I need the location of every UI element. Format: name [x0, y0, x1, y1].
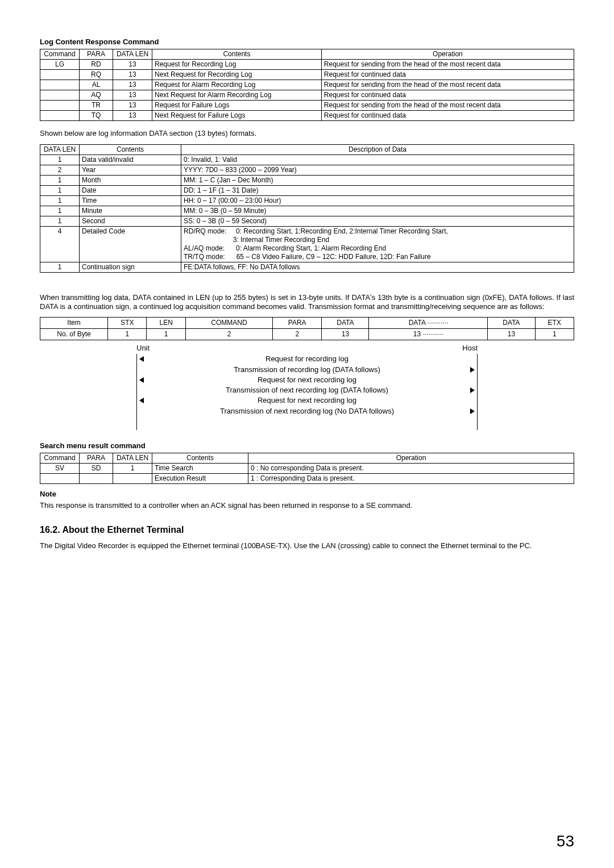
- td: Request for continued data: [321, 111, 574, 121]
- td: 13: [113, 70, 152, 80]
- td: [40, 101, 80, 111]
- td: SS: 0 – 3B (0 – 59 Second): [181, 216, 574, 226]
- td: 2: [185, 329, 272, 340]
- td: MM: 1 – C (Jan – Dec Month): [181, 175, 574, 185]
- td: 13: [113, 101, 152, 111]
- para-transmission: When transmitting log data, DATA contain…: [40, 293, 574, 312]
- td: [40, 111, 80, 121]
- sequence-diagram: Unit Host Request for recording log Tran…: [136, 344, 478, 430]
- heading-search-menu: Search menu result command: [40, 441, 574, 450]
- td: PARA: [273, 318, 322, 329]
- td: Time: [80, 195, 181, 206]
- th: DATA LEN: [40, 144, 80, 155]
- td: 13: [113, 90, 152, 101]
- heading-ethernet: 16.2. About the Ethernet Terminal: [40, 524, 574, 536]
- td: 1: [113, 464, 152, 474]
- th: Description of Data: [181, 144, 574, 155]
- td: 1: [40, 262, 80, 272]
- td: 2: [40, 165, 80, 175]
- td: 1: [40, 206, 80, 216]
- th: DATA LEN: [113, 453, 152, 464]
- td: TR: [80, 101, 113, 111]
- td: DD: 1 – 1F (1 – 31 Date): [181, 185, 574, 195]
- td: 1: [40, 185, 80, 195]
- td: Date: [80, 185, 181, 195]
- td: COMMAND: [185, 318, 272, 329]
- td: ETX: [535, 318, 574, 329]
- th: Contents: [80, 144, 181, 155]
- td: Month: [80, 175, 181, 185]
- td: 13: [488, 329, 535, 340]
- td: [80, 474, 113, 484]
- td: 1: [108, 329, 147, 340]
- note-text: This response is transmitted to a contro…: [40, 501, 574, 510]
- seq-row: Request for recording log: [137, 354, 477, 364]
- td: [40, 80, 80, 90]
- td: 13: [113, 60, 152, 70]
- td: DATA ···········: [369, 318, 488, 329]
- td: Request for Alarm Recording Log: [152, 80, 322, 90]
- td: Continuation sign: [80, 262, 181, 272]
- th: Contents: [152, 453, 248, 464]
- seq-label-host: Host: [462, 344, 478, 353]
- td: Request for Recording Log: [152, 60, 322, 70]
- td: SD: [80, 464, 113, 474]
- td: RQ: [80, 70, 113, 80]
- td: 0: Invalid, 1: Valid: [181, 155, 574, 165]
- td: 13: [113, 111, 152, 121]
- td: Next Request for Alarm Recording Log: [152, 90, 322, 101]
- td: HH: 0 – 17 (00:00 – 23:00 Hour): [181, 195, 574, 206]
- td: 4: [40, 226, 80, 262]
- td: 13: [322, 329, 369, 340]
- td: 13: [113, 80, 152, 90]
- td: RD: [80, 60, 113, 70]
- td: 1: [535, 329, 574, 340]
- td: Detailed Code: [80, 226, 181, 262]
- td: YYYY: 7D0 – 833 (2000 – 2099 Year): [181, 165, 574, 175]
- th: Command: [40, 49, 80, 60]
- td: No. of Byte: [40, 329, 108, 340]
- td: Request for sending from the head of the…: [321, 101, 574, 111]
- td: AQ: [80, 90, 113, 101]
- td: 1: [147, 329, 185, 340]
- td: Request for continued data: [321, 70, 574, 80]
- td: TQ: [80, 111, 113, 121]
- th: Contents: [152, 49, 322, 60]
- td: Request for Failure Logs: [152, 101, 322, 111]
- seq-row: Request for next recording log: [137, 375, 477, 385]
- para-ethernet: The Digital Video Recorder is equipped t…: [40, 541, 574, 550]
- heading-log-response: Log Content Response Command: [40, 37, 574, 47]
- table-data-section: DATA LEN Contents Description of Data 1D…: [40, 144, 574, 273]
- td: Item: [40, 318, 108, 329]
- th: PARA: [80, 453, 113, 464]
- seq-row: Transmission of next recording log (DATA…: [137, 385, 477, 395]
- table-packet: Item STX LEN COMMAND PARA DATA DATA ····…: [40, 317, 574, 340]
- td: Request for sending from the head of the…: [321, 60, 574, 70]
- seq-label-unit: Unit: [136, 344, 150, 353]
- td: [40, 474, 80, 484]
- td: Next Request for Failure Logs: [152, 111, 322, 121]
- th: Operation: [248, 453, 574, 464]
- td: DATA: [322, 318, 369, 329]
- td: 1: [40, 216, 80, 226]
- td: Minute: [80, 206, 181, 216]
- td: AL: [80, 80, 113, 90]
- para-data-section: Shown below are log information DATA sec…: [40, 129, 574, 138]
- td: [113, 474, 152, 484]
- seq-row: Transmission of recording log (DATA foll…: [137, 365, 477, 375]
- td: SV: [40, 464, 80, 474]
- td: 1: [40, 195, 80, 206]
- td: STX: [108, 318, 147, 329]
- td: Time Search: [152, 464, 248, 474]
- td: DATA: [488, 318, 535, 329]
- td: LEN: [147, 318, 185, 329]
- td: RD/RQ mode: 0: Recording Start, 1:Record…: [181, 226, 574, 262]
- th: PARA: [80, 49, 113, 60]
- td: Execution Result: [152, 474, 248, 484]
- td: Year: [80, 165, 181, 175]
- td: Request for continued data: [321, 90, 574, 101]
- th: DATA LEN: [113, 49, 152, 60]
- td: 1: [40, 175, 80, 185]
- td: LG: [40, 60, 80, 70]
- td: [40, 70, 80, 80]
